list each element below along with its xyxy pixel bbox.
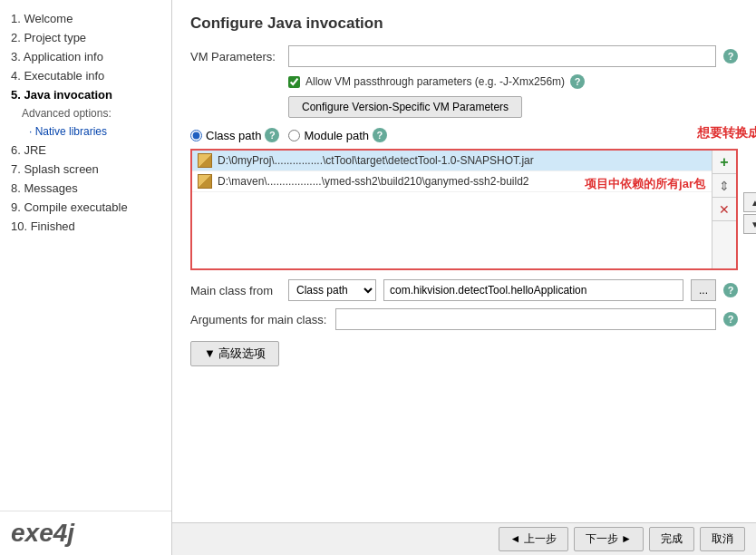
main-class-label: Main class from <box>190 284 281 297</box>
main-class-row: Main class from Class path Module path .… <box>190 279 738 301</box>
next-button[interactable]: 下一步 ► <box>574 527 644 551</box>
main-content: Configure Java invocation VM Parameters:… <box>172 0 756 555</box>
vm-parameters-help-icon[interactable]: ? <box>723 49 738 63</box>
archive-remove-button[interactable]: ✕ <box>712 198 736 221</box>
allow-vm-row: Allow VM passthrough parameters (e.g. -J… <box>288 74 738 89</box>
vm-parameters-row: VM Parameters: ? <box>190 45 738 67</box>
vm-parameters-label: VM Parameters: <box>190 50 281 63</box>
archive-move-button[interactable]: ⇕ <box>712 174 736 198</box>
archive-list: D:\0myProj\................\ctTool\targe… <box>192 151 712 268</box>
class-path-help-icon[interactable]: ? <box>265 128 279 142</box>
annotation-jar-label: 想要转换成exe的jar包 <box>697 125 756 141</box>
archive-path-0: D:\0myProj\................\ctTool\targe… <box>218 154 534 167</box>
back-button[interactable]: ◄ 上一步 <box>499 527 568 551</box>
main-class-help-icon[interactable]: ? <box>723 283 738 297</box>
module-path-radio-option[interactable]: Module path ? <box>288 128 387 142</box>
archive-action-buttons: + ⇕ ✕ <box>712 151 736 268</box>
sidebar-item-executable-info[interactable]: 4. Executable info <box>0 66 171 85</box>
sidebar-item-project-type[interactable]: 2. Project type <box>0 28 171 47</box>
finish-button[interactable]: 完成 <box>649 527 694 551</box>
archive-area: D:\0myProj\................\ctTool\targe… <box>190 149 738 270</box>
advanced-options-button[interactable]: ▼ 高级选项 <box>190 341 279 366</box>
sidebar-item-app-info[interactable]: 3. Application info <box>0 47 171 66</box>
archive-add-button[interactable]: + <box>712 151 736 174</box>
sidebar-item-java-invocation[interactable]: 5. Java invocation <box>0 85 171 104</box>
bottom-navigation-bar: ◄ 上一步 下一步 ► 完成 取消 <box>172 522 756 555</box>
sidebar-item-welcome[interactable]: 1. Welcome <box>0 9 171 28</box>
cancel-button[interactable]: 取消 <box>700 527 745 551</box>
path-type-row: Class path ? Module path ? 想要转换成exe的jar包 <box>190 127 738 143</box>
page-title: Configure Java invocation <box>190 15 738 33</box>
archive-icon-0 <box>198 153 212 168</box>
app-logo: exe4j <box>0 511 171 555</box>
archive-path-1: D:\maven\..................\ymed-ssh2\bu… <box>218 175 529 188</box>
vm-parameters-input[interactable] <box>288 45 716 67</box>
arguments-label: Arguments for main class: <box>190 313 328 326</box>
main-class-input[interactable] <box>383 279 683 301</box>
module-path-radio[interactable] <box>288 130 300 141</box>
sidebar-item-splash[interactable]: 7. Splash screen <box>0 160 171 179</box>
allow-vm-label: Allow VM passthrough parameters (e.g. -J… <box>305 75 565 88</box>
arguments-input[interactable] <box>335 308 716 330</box>
archive-container: D:\0myProj\................\ctTool\targe… <box>190 149 738 270</box>
table-row[interactable]: D:\0myProj\................\ctTool\targe… <box>192 151 712 171</box>
class-path-radio[interactable] <box>190 130 202 141</box>
module-path-help-icon[interactable]: ? <box>373 128 387 142</box>
sidebar-item-native-libraries[interactable]: · Native libraries <box>0 122 171 141</box>
scroll-arrows: ▲ ▼ <box>743 192 756 234</box>
sidebar-advanced-header: Advanced options: <box>0 104 171 122</box>
scroll-up-arrow[interactable]: ▲ <box>743 192 756 212</box>
sidebar: 1. Welcome 2. Project type 3. Applicatio… <box>0 0 172 555</box>
main-class-from-select[interactable]: Class path Module path <box>288 279 376 301</box>
class-path-radio-option[interactable]: Class path ? <box>190 128 279 142</box>
module-path-label: Module path <box>304 129 369 142</box>
arguments-help-icon[interactable]: ? <box>723 312 738 326</box>
allow-vm-help-icon[interactable]: ? <box>570 74 585 89</box>
sidebar-item-jre[interactable]: 6. JRE <box>0 141 171 160</box>
class-path-label: Class path <box>206 129 261 142</box>
sidebar-item-finished[interactable]: 10. Finished <box>0 217 171 236</box>
configure-version-btn[interactable]: Configure Version-Specific VM Parameters <box>288 96 522 118</box>
archive-icon-1 <box>198 174 212 189</box>
arguments-row: Arguments for main class: ? <box>190 308 738 330</box>
allow-vm-checkbox[interactable] <box>288 76 300 88</box>
sidebar-item-compile[interactable]: 9. Compile executable <box>0 198 171 217</box>
sidebar-item-messages[interactable]: 8. Messages <box>0 179 171 198</box>
main-class-browse-button[interactable]: ... <box>691 279 716 301</box>
scroll-down-arrow[interactable]: ▼ <box>743 214 756 234</box>
table-row[interactable]: D:\maven\..................\ymed-ssh2\bu… <box>192 171 712 192</box>
